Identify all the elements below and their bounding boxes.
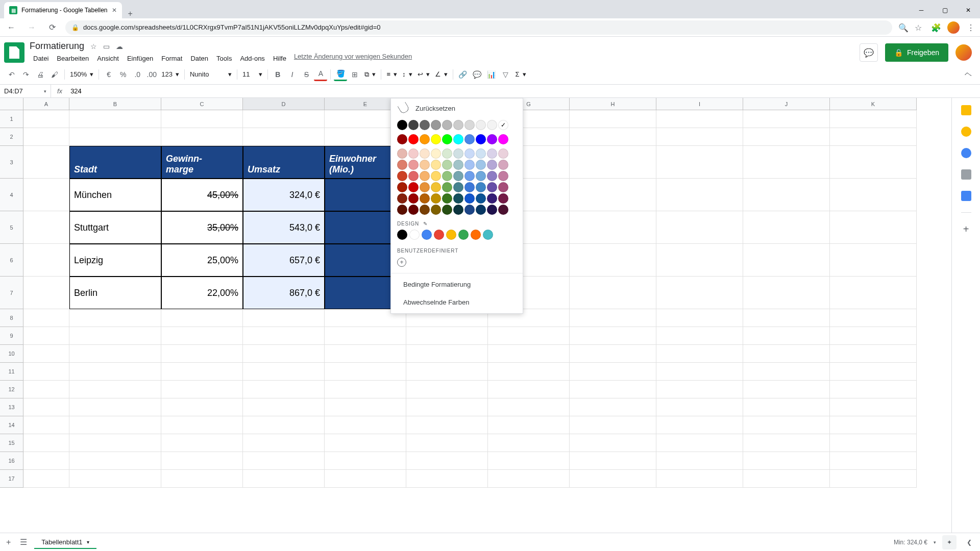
cell-K11[interactable]	[830, 363, 917, 381]
color-swatch[interactable]	[498, 205, 508, 215]
bold-button[interactable]: B	[271, 68, 284, 81]
row-header-7[interactable]: 7	[0, 277, 23, 309]
halign-button[interactable]: ≡▾	[384, 70, 399, 78]
cloud-icon[interactable]: ☁	[116, 42, 123, 51]
theme-swatch[interactable]	[397, 230, 407, 240]
color-swatch[interactable]	[442, 171, 452, 181]
color-swatch[interactable]	[498, 193, 508, 204]
cell-C4[interactable]: 45,00%	[161, 179, 243, 211]
cell-D17[interactable]	[243, 470, 325, 488]
color-swatch[interactable]	[464, 134, 475, 144]
color-swatch[interactable]	[408, 205, 419, 215]
cell-C7[interactable]: 22,00%	[161, 277, 243, 309]
cell-J15[interactable]	[743, 434, 830, 452]
cell-G10[interactable]	[488, 345, 570, 363]
conditional-formatting-button[interactable]: Bedingte Formatierung	[391, 276, 523, 293]
cell-K12[interactable]	[830, 381, 917, 398]
row-header-4[interactable]: 4	[0, 179, 23, 211]
percent-button[interactable]: %	[116, 68, 130, 81]
color-swatch[interactable]	[397, 160, 407, 170]
menu-ansicht[interactable]: Ansicht	[93, 53, 122, 64]
cell-K7[interactable]	[830, 277, 917, 309]
cell-I10[interactable]	[656, 345, 743, 363]
star-icon[interactable]: ☆	[915, 23, 924, 32]
cell-F11[interactable]	[406, 363, 488, 381]
undo-button[interactable]: ↶	[5, 68, 18, 81]
side-panel-toggle[interactable]: ❮	[963, 539, 976, 546]
cell-F9[interactable]	[406, 327, 488, 345]
reload-button[interactable]: ⟳	[45, 22, 59, 32]
color-swatch[interactable]	[453, 160, 463, 170]
browser-profile-avatar[interactable]	[947, 21, 960, 34]
color-swatch[interactable]	[408, 120, 419, 130]
cell-C15[interactable]	[161, 434, 243, 452]
cell-G13[interactable]	[488, 398, 570, 416]
functions-button[interactable]: Σ▾	[513, 70, 528, 78]
decrease-decimal-button[interactable]: .0	[131, 68, 144, 81]
row-header-1[interactable]: 1	[0, 110, 23, 128]
cell-K13[interactable]	[830, 398, 917, 416]
color-swatch[interactable]	[408, 182, 419, 192]
cell-I5[interactable]	[656, 211, 743, 244]
cell-E14[interactable]	[325, 416, 406, 434]
cell-J3[interactable]	[743, 146, 830, 179]
color-swatch[interactable]	[464, 182, 475, 192]
color-swatch[interactable]	[498, 120, 508, 130]
cell-J13[interactable]	[743, 398, 830, 416]
cell-B13[interactable]	[69, 398, 161, 416]
cell-I3[interactable]	[656, 146, 743, 179]
menu-einfuegen[interactable]: Einfügen	[124, 53, 157, 64]
tasks-icon[interactable]	[961, 148, 971, 158]
close-tab-icon[interactable]: ✕	[112, 7, 117, 14]
cell-C8[interactable]	[161, 309, 243, 327]
color-swatch[interactable]	[397, 171, 407, 181]
row-header-12[interactable]: 12	[0, 381, 23, 398]
star-icon[interactable]: ☆	[90, 42, 97, 51]
maximize-button[interactable]: ▢	[933, 2, 957, 18]
add-addon-icon[interactable]: +	[961, 224, 971, 234]
cell-J5[interactable]	[743, 211, 830, 244]
cell-J1[interactable]	[743, 110, 830, 128]
extensions-icon[interactable]: 🧩	[931, 23, 940, 32]
color-swatch[interactable]	[453, 182, 463, 192]
italic-button[interactable]: I	[285, 68, 299, 81]
color-swatch[interactable]	[453, 120, 463, 130]
menu-icon[interactable]: ⋮	[967, 23, 976, 32]
color-swatch[interactable]	[487, 171, 497, 181]
color-swatch[interactable]	[487, 120, 497, 130]
cell-H9[interactable]	[570, 327, 656, 345]
col-header-K[interactable]: K	[830, 98, 917, 110]
borders-button[interactable]: ⊞	[348, 68, 361, 81]
name-box[interactable]: D4:D7▾	[0, 85, 51, 97]
color-swatch[interactable]	[408, 171, 419, 181]
theme-swatch[interactable]	[422, 230, 432, 240]
cell-I13[interactable]	[656, 398, 743, 416]
cell-K5[interactable]	[830, 211, 917, 244]
cell-K6[interactable]	[830, 244, 917, 277]
row-header-3[interactable]: 3	[0, 146, 23, 179]
cell-H2[interactable]	[570, 128, 656, 146]
cell-K3[interactable]	[830, 146, 917, 179]
cell-A16[interactable]	[23, 452, 69, 470]
cell-J9[interactable]	[743, 327, 830, 345]
theme-swatch[interactable]	[471, 230, 481, 240]
cell-B2[interactable]	[69, 128, 161, 146]
cell-D6[interactable]: 657,0 €	[243, 244, 325, 277]
col-header-I[interactable]: I	[656, 98, 743, 110]
filter-button[interactable]: ▽	[499, 68, 512, 81]
theme-swatch[interactable]	[446, 230, 456, 240]
status-text[interactable]: Min: 324,0 €	[894, 539, 927, 546]
theme-swatch[interactable]	[434, 230, 444, 240]
row-header-10[interactable]: 10	[0, 345, 23, 363]
color-swatch[interactable]	[487, 205, 497, 215]
wrap-button[interactable]: ↩▾	[415, 70, 432, 78]
all-sheets-button[interactable]: ☰	[18, 535, 29, 549]
cell-H14[interactable]	[570, 416, 656, 434]
cell-K14[interactable]	[830, 416, 917, 434]
cell-B10[interactable]	[69, 345, 161, 363]
cell-H17[interactable]	[570, 470, 656, 488]
cell-A13[interactable]	[23, 398, 69, 416]
row-header-6[interactable]: 6	[0, 244, 23, 277]
cell-D10[interactable]	[243, 345, 325, 363]
cell-H3[interactable]	[570, 146, 656, 179]
